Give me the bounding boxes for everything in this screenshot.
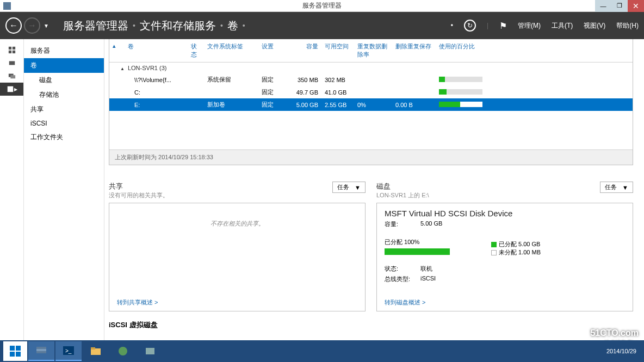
col-capacity[interactable]: 容量 xyxy=(289,41,321,60)
expand-column[interactable]: ▴ xyxy=(109,41,117,60)
sidebar-item-storage-pools[interactable]: 存储池 xyxy=(24,88,104,102)
start-button[interactable] xyxy=(3,341,27,361)
share-box: 不存在相关的共享。 转到共享概述 xyxy=(109,203,366,311)
content-area: ▴ 卷 状态 文件系统标签 设置 容量 可用空间 重复数据删除率 删除重复保存 … xyxy=(104,39,644,340)
disk-panel: 磁盘 LON-SVR1 上的 E:\ 任务▼ MSFT Virtual HD S… xyxy=(376,182,633,311)
app-icon xyxy=(3,2,11,10)
cell-fs: 新加卷 xyxy=(204,99,258,110)
col-volume[interactable]: 卷 xyxy=(117,41,188,60)
menu-tools[interactable]: 工具(T) xyxy=(552,21,573,30)
cell-dedup-save xyxy=(392,79,436,81)
sidebar-item-shares[interactable]: 共享 xyxy=(24,102,104,117)
volume-row[interactable]: \\?\Volume{f...系统保留固定350 MB302 MB xyxy=(109,73,633,86)
nav-icon-all[interactable] xyxy=(0,70,23,83)
watermark-logo: 51CTO.com xyxy=(590,328,639,338)
col-status[interactable]: 状态 xyxy=(188,41,204,60)
disk-tasks-dropdown[interactable]: 任务▼ xyxy=(600,182,633,193)
svg-rect-15 xyxy=(146,348,154,354)
disk-capacity-label: 容量: xyxy=(385,220,415,228)
volume-row[interactable]: E:新加卷固定5.00 GB2.55 GB0%0.00 B xyxy=(109,98,633,111)
forward-button[interactable]: → xyxy=(24,17,40,34)
chevron-icon: • xyxy=(220,21,223,30)
back-button[interactable]: ← xyxy=(5,17,22,34)
legend-allocated: 已分配 5.00 GB xyxy=(499,241,540,247)
taskbar-explorer[interactable] xyxy=(83,341,109,361)
breadcrumb-current[interactable]: 卷 xyxy=(227,18,238,33)
chevron-down-icon: ▼ xyxy=(622,184,628,191)
svg-rect-6 xyxy=(10,75,15,78)
col-free[interactable]: 可用空间 xyxy=(321,41,354,60)
share-subtitle: 没有可用的相关共享。 xyxy=(109,191,169,199)
taskbar-starter[interactable] xyxy=(110,341,136,361)
volume-group[interactable]: LON-SVR1 (3) xyxy=(109,63,633,73)
volume-row[interactable]: C:固定49.7 GB41.0 GB xyxy=(109,86,633,98)
refresh-icon[interactable]: ↻ xyxy=(464,20,476,32)
sub-panels-row: 共享 没有可用的相关共享。 任务▼ 不存在相关的共享。 转到共享概述 磁盘 xyxy=(109,182,633,311)
svg-rect-9 xyxy=(36,349,46,351)
svg-rect-1 xyxy=(12,47,15,49)
sidebar-item-servers[interactable]: 服务器 xyxy=(24,43,104,58)
window-titlebar: 服务器管理器 — ❐ ✕ xyxy=(0,0,644,12)
cell-volume: E: xyxy=(117,101,188,109)
cell-fs: 系统保留 xyxy=(204,74,258,85)
cell-capacity: 5.00 GB xyxy=(289,101,321,109)
chevron-down-icon: ▼ xyxy=(355,184,361,191)
menu-help[interactable]: 帮助(H) xyxy=(616,21,639,30)
volumes-panel: ▴ 卷 状态 文件系统标签 设置 容量 可用空间 重复数据删除率 删除重复保存 … xyxy=(109,39,633,165)
icon-column: ▸ xyxy=(0,39,24,340)
flag-icon[interactable]: ⚑ xyxy=(499,21,507,31)
sidebar-item-workfolders[interactable]: 工作文件夹 xyxy=(24,130,104,145)
share-tasks-dropdown[interactable]: 任务▼ xyxy=(332,182,366,193)
nav-icon-dashboard[interactable] xyxy=(0,43,23,57)
taskbar-server-manager[interactable] xyxy=(28,341,54,361)
col-percent[interactable]: 使用的百分比 xyxy=(436,41,490,60)
taskbar-powershell[interactable]: >_ xyxy=(55,341,82,361)
nav-icon-local[interactable] xyxy=(0,57,23,70)
menu-manage[interactable]: 管理(M) xyxy=(518,21,541,30)
cell-free: 2.55 GB xyxy=(321,101,354,109)
breadcrumb-root[interactable]: 服务器管理器 xyxy=(63,18,128,33)
nav-dropdown[interactable]: ▼ xyxy=(42,17,50,34)
volumes-body: LON-SVR1 (3) \\?\Volume{f...系统保留固定350 MB… xyxy=(109,63,633,149)
cell-setup: 固定 xyxy=(258,74,289,85)
disk-overview-link[interactable]: 转到磁盘概述 xyxy=(385,298,425,307)
taskbar-app[interactable] xyxy=(137,341,163,361)
col-dedup[interactable]: 重复数据删除率 xyxy=(354,41,392,60)
close-button[interactable]: ✕ xyxy=(628,0,644,12)
cell-fs xyxy=(204,91,258,93)
breadcrumb-section[interactable]: 文件和存储服务 xyxy=(140,18,216,33)
cell-status xyxy=(188,79,204,81)
minimize-button[interactable]: — xyxy=(595,0,611,12)
share-overview-link[interactable]: 转到共享概述 xyxy=(117,298,158,307)
cell-volume: C: xyxy=(117,88,188,97)
window-buttons: — ❐ ✕ xyxy=(595,0,644,12)
restore-button[interactable]: ❐ xyxy=(611,0,628,12)
cell-free: 302 MB xyxy=(321,76,354,84)
menu-view[interactable]: 视图(V) xyxy=(584,21,605,30)
svg-point-14 xyxy=(119,347,127,355)
disk-alloc-percent: 100% xyxy=(404,239,419,245)
taskbar-clock[interactable]: 2014/10/29 xyxy=(606,348,641,354)
cell-status xyxy=(188,104,204,106)
sidebar-item-volumes[interactable]: 卷 xyxy=(24,58,104,73)
disk-bus-value: iSCSI xyxy=(420,275,436,283)
disk-capacity-value: 5.00 GB xyxy=(420,220,442,228)
col-setup[interactable]: 设置 xyxy=(258,41,289,60)
window-title: 服务器管理器 xyxy=(302,1,342,10)
chevron-icon: • xyxy=(133,21,135,30)
col-dedup-save[interactable]: 删除重复保存 xyxy=(392,41,436,60)
share-title: 共享 xyxy=(109,182,169,191)
svg-text:>_: >_ xyxy=(65,348,72,354)
col-fs-label[interactable]: 文件系统标签 xyxy=(204,41,258,60)
header-right: • ↻ | ⚑ 管理(M) 工具(T) 视图(V) 帮助(H) xyxy=(451,20,639,32)
chevron-icon: • xyxy=(243,21,245,30)
header-bar: ← → ▼ 服务器管理器 • 文件和存储服务 • 卷 • • ↻ | ⚑ 管理(… xyxy=(0,12,644,39)
legend-unallocated: 未分配 1.00 MB xyxy=(499,249,541,255)
cell-capacity: 49.7 GB xyxy=(289,88,321,97)
disk-title: 磁盘 xyxy=(376,182,429,191)
main-area: ▸ 服务器 卷 磁盘 存储池 共享 iSCSI 工作文件夹 ▴ 卷 状态 文件系… xyxy=(0,39,644,340)
sidebar-item-disks[interactable]: 磁盘 xyxy=(24,73,104,88)
nav-icon-file-services[interactable]: ▸ xyxy=(0,83,23,96)
cell-dedup xyxy=(354,79,392,81)
sidebar-item-iscsi[interactable]: iSCSI xyxy=(24,117,104,130)
